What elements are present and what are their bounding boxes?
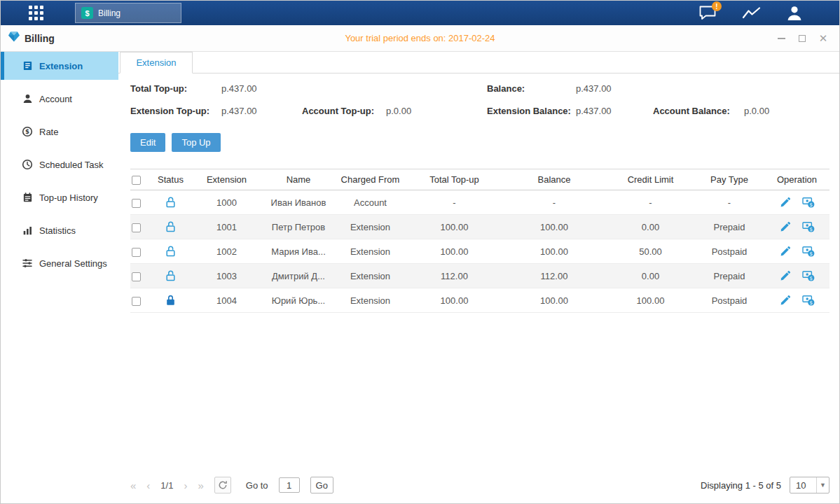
cell-charged-from: Account xyxy=(333,197,407,208)
col-total-topup: Total Top-up xyxy=(407,174,502,185)
app-window: $ Billing ! Billing Your trial period en… xyxy=(0,0,840,504)
sidebar-item-account[interactable]: Account xyxy=(1,85,118,113)
statistics-chart-icon[interactable] xyxy=(742,6,761,20)
status-lock-icon xyxy=(165,246,176,256)
topbar: $ Billing ! xyxy=(1,1,839,25)
sidebar-item-label: Rate xyxy=(39,127,58,137)
cell-charged-from: Extension xyxy=(333,271,407,281)
history-calendar-icon xyxy=(22,192,33,203)
table-body: 1000 Иван Иванов Account - - - - $ 1001 … xyxy=(130,190,829,313)
sidebar-item-rate[interactable]: $ Rate xyxy=(1,118,118,146)
go-button[interactable]: Go xyxy=(310,477,333,493)
trial-notice: Your trial period ends on: 2017-02-24 xyxy=(1,33,839,43)
row-checkbox[interactable] xyxy=(132,199,141,208)
cell-operation: $ xyxy=(764,197,829,208)
edit-button[interactable]: Edit xyxy=(130,133,165,152)
row-checkbox[interactable] xyxy=(132,248,141,257)
topup-icon[interactable]: $ xyxy=(802,270,815,281)
sidebar-item-label: Account xyxy=(39,94,72,104)
table-header: Status Extension Name Charged From Total… xyxy=(130,169,829,190)
messages-icon[interactable]: ! xyxy=(698,5,717,21)
col-status: Status xyxy=(151,174,190,185)
goto-page-input[interactable] xyxy=(279,477,300,493)
edit-icon[interactable] xyxy=(780,221,791,232)
edit-icon[interactable] xyxy=(780,270,791,281)
displaying-text: Displaying 1 - 5 of 5 xyxy=(701,480,781,491)
next-page-icon[interactable]: › xyxy=(184,479,187,491)
cell-extension: 1004 xyxy=(190,295,263,306)
close-button[interactable]: ✕ xyxy=(818,34,828,43)
table-row: 1000 Иван Иванов Account - - - - $ xyxy=(130,190,829,215)
topup-icon[interactable]: $ xyxy=(802,246,815,257)
user-account-icon[interactable] xyxy=(786,5,803,21)
billing-logo-icon xyxy=(8,31,20,46)
cell-charged-from: Extension xyxy=(333,222,407,232)
goto-label: Go to xyxy=(246,480,268,491)
svg-text:$: $ xyxy=(809,300,812,306)
cell-charged-from: Extension xyxy=(333,246,407,257)
top-up-button[interactable]: Top Up xyxy=(172,133,220,152)
edit-icon[interactable] xyxy=(780,197,791,208)
cell-status xyxy=(151,295,190,307)
cell-status xyxy=(151,221,190,233)
sidebar-item-statistics[interactable]: Statistics xyxy=(1,216,118,244)
tab-extension[interactable]: Extension xyxy=(120,52,193,74)
row-checkbox[interactable] xyxy=(132,272,141,281)
col-pay-type: Pay Type xyxy=(694,174,764,185)
edit-icon[interactable] xyxy=(780,295,791,306)
cell-name: Мария Ива... xyxy=(263,246,333,257)
col-extension: Extension xyxy=(190,174,263,185)
apps-grid-icon[interactable] xyxy=(29,6,43,20)
billing-tag-icon: $ xyxy=(81,7,93,19)
topbar-tab-label: Billing xyxy=(98,8,121,18)
titlebar: Billing Your trial period ends on: 2017-… xyxy=(1,25,839,52)
first-page-icon[interactable]: « xyxy=(130,479,136,491)
cell-status xyxy=(151,246,190,258)
cell-extension: 1000 xyxy=(190,197,263,208)
row-checkbox[interactable] xyxy=(132,297,141,306)
prev-page-icon[interactable]: ‹ xyxy=(146,479,150,491)
cell-name: Петр Петров xyxy=(263,222,333,232)
cell-status xyxy=(151,270,190,282)
notification-badge: ! xyxy=(712,1,722,11)
refresh-button[interactable] xyxy=(214,477,231,493)
table-row: 1003 Дмитрий Д... Extension 112.00 112.0… xyxy=(130,264,829,288)
main-panel: Extension Total Top-up: p.437.00 Balance… xyxy=(118,52,839,503)
cell-pay-type: Prepaid xyxy=(694,222,764,232)
col-name: Name xyxy=(263,174,333,185)
sidebar-item-topup-history[interactable]: Top-up History xyxy=(1,183,118,211)
edit-icon[interactable] xyxy=(780,246,791,257)
balance-label: Balance: xyxy=(487,83,576,94)
sidebar-item-general-settings[interactable]: General Settings xyxy=(1,249,118,277)
page-size-select[interactable]: 10 ▼ xyxy=(790,477,829,493)
extension-balance-value: p.437.00 xyxy=(576,106,653,116)
sidebar-item-extension[interactable]: Extension xyxy=(1,52,118,80)
topup-icon[interactable]: $ xyxy=(802,197,815,208)
cell-charged-from: Extension xyxy=(333,295,407,306)
cell-name: Дмитрий Д... xyxy=(263,271,333,281)
topup-icon[interactable]: $ xyxy=(802,221,815,232)
sidebar-item-label: Top-up History xyxy=(39,192,98,203)
cell-status xyxy=(151,197,190,209)
cell-extension: 1002 xyxy=(190,246,263,257)
cell-credit-limit: 100.00 xyxy=(607,295,694,306)
cell-pay-type: Prepaid xyxy=(694,271,764,281)
sidebar-item-label: Statistics xyxy=(39,225,76,236)
status-lock-icon xyxy=(165,270,176,281)
sidebar-item-scheduled-task[interactable]: Scheduled Task xyxy=(1,150,118,178)
minimize-button[interactable] xyxy=(776,34,786,43)
status-lock-icon xyxy=(165,295,176,305)
app-title: Billing xyxy=(25,33,55,44)
topbar-tab-billing[interactable]: $ Billing xyxy=(75,3,181,23)
cell-credit-limit: 50.00 xyxy=(607,246,694,257)
cell-extension: 1001 xyxy=(190,222,263,232)
last-page-icon[interactable]: » xyxy=(198,479,203,491)
cell-balance: 100.00 xyxy=(502,246,607,257)
extension-balance-label: Extension Balance: xyxy=(487,106,576,116)
topup-icon[interactable]: $ xyxy=(802,295,815,306)
maximize-button[interactable] xyxy=(797,34,807,43)
cell-total-topup: 100.00 xyxy=(407,222,502,232)
cell-operation: $ xyxy=(764,270,829,281)
row-checkbox[interactable] xyxy=(132,223,141,232)
select-all-checkbox[interactable] xyxy=(132,176,141,185)
